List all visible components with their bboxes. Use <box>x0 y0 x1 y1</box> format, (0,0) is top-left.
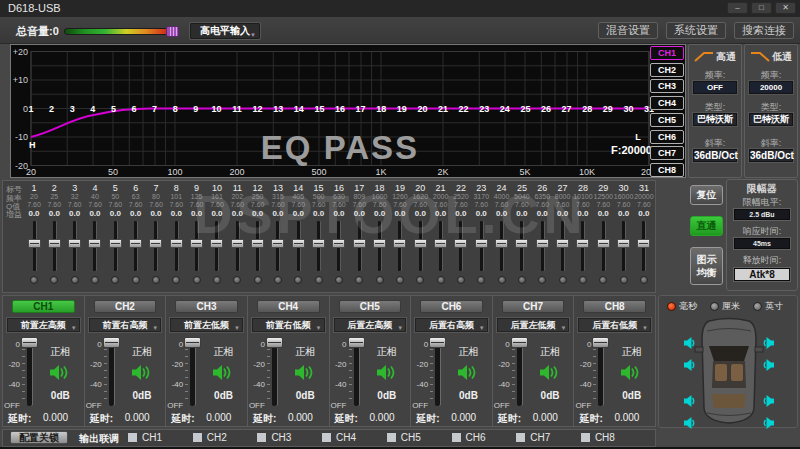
minimize-button[interactable]: – <box>727 2 748 14</box>
band-select-radio[interactable] <box>640 276 648 284</box>
fader-handle[interactable] <box>592 337 609 348</box>
delay-value[interactable]: 0.000 <box>288 412 313 423</box>
band-slider-handle[interactable] <box>68 239 81 248</box>
master-volume-slider[interactable] <box>64 28 172 35</box>
lp-slope-value[interactable]: 36dB/Oct <box>749 149 793 162</box>
band-slider-handle[interactable] <box>617 239 630 248</box>
band-slider-handle[interactable] <box>454 239 467 248</box>
channel-button-ch6[interactable]: CH6 <box>420 300 483 313</box>
band-slider-handle[interactable] <box>434 239 447 248</box>
band-slider-handle[interactable] <box>597 239 610 248</box>
band-slider-handle[interactable] <box>536 239 549 248</box>
delay-value[interactable]: 0.000 <box>125 412 150 423</box>
delay-value[interactable]: 0.000 <box>43 412 68 423</box>
delay-value[interactable]: 0.000 <box>533 412 558 423</box>
band-slider-handle[interactable] <box>353 239 366 248</box>
phase-value[interactable]: 正相 <box>366 345 409 359</box>
band-select-radio[interactable] <box>294 276 302 284</box>
band-slider-handle[interactable] <box>28 239 41 248</box>
band-select-radio[interactable] <box>233 276 241 284</box>
band-slider-handle[interactable] <box>149 239 162 248</box>
band-select-radio[interactable] <box>498 276 506 284</box>
band-slider-handle[interactable] <box>475 239 488 248</box>
band-select-radio[interactable] <box>91 276 99 284</box>
band-select-radio[interactable] <box>132 276 140 284</box>
phase-value[interactable]: 正相 <box>447 345 490 359</box>
band-slider-handle[interactable] <box>292 239 305 248</box>
channel-button-ch8[interactable]: CH8 <box>583 300 646 313</box>
band-select-radio[interactable] <box>538 276 546 284</box>
band-slider-handle[interactable] <box>170 239 183 248</box>
output-link-checkbox-ch3[interactable]: CH3 <box>256 432 291 443</box>
reset-button[interactable]: 复位 <box>690 185 723 205</box>
band-select-radio[interactable] <box>518 276 526 284</box>
fader-handle[interactable] <box>266 337 283 348</box>
band-slider-handle[interactable] <box>210 239 223 248</box>
speaker-icon[interactable] <box>49 364 69 383</box>
band-select-radio[interactable] <box>30 276 38 284</box>
speaker-icon[interactable] <box>457 364 477 383</box>
band-slider-handle[interactable] <box>271 239 284 248</box>
fader-handle[interactable] <box>21 337 38 348</box>
delay-value[interactable]: 0.000 <box>451 412 476 423</box>
lp-type-value[interactable]: 巴特沃斯 <box>749 113 793 126</box>
source-select[interactable]: 后置右高频▼ <box>415 318 488 332</box>
phase-value[interactable]: 正相 <box>284 345 327 359</box>
band-slider-handle[interactable] <box>231 239 244 248</box>
band-select-radio[interactable] <box>416 276 424 284</box>
band-select-radio[interactable] <box>71 276 79 284</box>
band-select-radio[interactable] <box>457 276 465 284</box>
band-slider-handle[interactable] <box>88 239 101 248</box>
source-select[interactable]: 前置右高频▼ <box>89 318 162 332</box>
source-select[interactable]: 前置左低频▼ <box>170 318 243 332</box>
band-select-radio[interactable] <box>396 276 404 284</box>
band-slider-handle[interactable] <box>495 239 508 248</box>
fader-track[interactable] <box>517 340 522 406</box>
graph-tab-ch4[interactable]: CH4 <box>650 96 684 110</box>
output-link-checkbox-ch4[interactable]: CH4 <box>321 432 356 443</box>
band-slider-handle[interactable] <box>129 239 142 248</box>
phase-value[interactable]: 正相 <box>529 345 572 359</box>
graph-tab-ch8[interactable]: CH8 <box>650 163 684 177</box>
band-select-radio[interactable] <box>437 276 445 284</box>
band-slider-handle[interactable] <box>637 239 650 248</box>
output-link-checkbox-ch7[interactable]: CH7 <box>515 432 550 443</box>
band-select-radio[interactable] <box>579 276 587 284</box>
band-select-radio[interactable] <box>254 276 262 284</box>
limiter-attack-value[interactable]: 45ms <box>734 238 790 249</box>
channel-button-ch4[interactable]: CH4 <box>257 300 320 313</box>
band-slider-handle[interactable] <box>190 239 203 248</box>
delay-value[interactable]: 0.000 <box>614 412 639 423</box>
fader-handle[interactable] <box>103 337 120 348</box>
graph-tab-ch6[interactable]: CH6 <box>650 130 684 144</box>
graph-tab-ch7[interactable]: CH7 <box>650 146 684 160</box>
band-select-radio[interactable] <box>193 276 201 284</box>
fader-handle[interactable] <box>184 337 201 348</box>
source-select[interactable]: 后置左高频▼ <box>334 318 407 332</box>
output-link-checkbox-ch2[interactable]: CH2 <box>192 432 227 443</box>
fader-track[interactable] <box>27 340 32 406</box>
band-slider-handle[interactable] <box>332 239 345 248</box>
speaker-icon[interactable] <box>212 364 232 383</box>
band-slider-handle[interactable] <box>48 239 61 248</box>
speaker-icon[interactable] <box>131 364 151 383</box>
channel-button-ch7[interactable]: CH7 <box>502 300 565 313</box>
unit-radio-option[interactable]: 厘米 <box>710 300 740 313</box>
phase-value[interactable]: 正相 <box>610 345 653 359</box>
speaker-icon[interactable] <box>376 364 396 383</box>
band-slider-handle[interactable] <box>393 239 406 248</box>
fader-track[interactable] <box>598 340 603 406</box>
band-select-radio[interactable] <box>335 276 343 284</box>
unit-radio-option[interactable]: 英寸 <box>753 300 783 313</box>
phase-value[interactable]: 正相 <box>121 345 164 359</box>
graph-tab-ch2[interactable]: CH2 <box>650 63 684 77</box>
band-select-radio[interactable] <box>152 276 160 284</box>
band-slider-handle[interactable] <box>312 239 325 248</box>
hp-type-value[interactable]: 巴特沃斯 <box>693 113 737 126</box>
band-slider-handle[interactable] <box>515 239 528 248</box>
band-slider-handle[interactable] <box>556 239 569 248</box>
delay-value[interactable]: 0.000 <box>206 412 231 423</box>
band-select-radio[interactable] <box>111 276 119 284</box>
graph-tab-ch3[interactable]: CH3 <box>650 79 684 93</box>
graphic-eq-button[interactable]: 图示 均衡 <box>690 247 723 285</box>
